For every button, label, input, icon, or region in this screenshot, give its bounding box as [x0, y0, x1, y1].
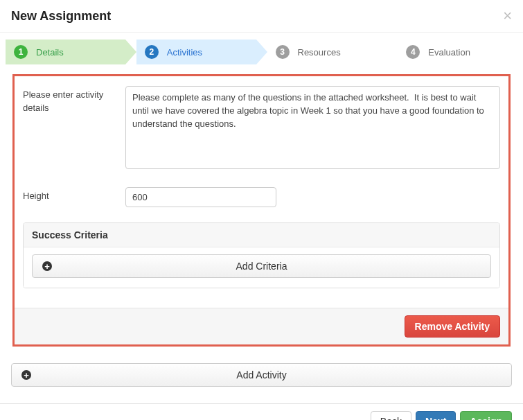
step-evaluation[interactable]: 4 Evaluation: [398, 40, 517, 64]
add-activity-section: + Add Activity: [0, 363, 523, 403]
new-assignment-modal: New Assignment × 1 Details 2 Activities …: [0, 0, 523, 420]
add-criteria-button[interactable]: + Add Criteria: [32, 254, 491, 278]
height-row: Height: [23, 187, 500, 207]
remove-activity-button[interactable]: Remove Activity: [405, 315, 500, 338]
assign-button[interactable]: Assign: [460, 411, 512, 420]
plus-icon: +: [21, 370, 31, 380]
step-label: Activities: [167, 47, 202, 58]
step-number: 1: [14, 45, 28, 59]
modal-header: New Assignment ×: [0, 0, 523, 33]
step-label: Resources: [298, 47, 341, 58]
activity-card: Please enter activity details Height Suc…: [12, 74, 511, 347]
step-number: 4: [406, 45, 420, 59]
success-criteria-panel: Success Criteria + Add Criteria: [23, 222, 500, 288]
step-details[interactable]: 1 Details: [6, 40, 125, 64]
activity-footer: Remove Activity: [15, 308, 508, 344]
activity-details-row: Please enter activity details: [23, 86, 500, 172]
next-button[interactable]: Next: [416, 411, 456, 420]
step-activities[interactable]: 2 Activities: [136, 40, 256, 64]
modal-footer: Back Next Assign: [0, 403, 523, 420]
step-number: 3: [276, 45, 290, 59]
activity-details-label: Please enter activity details: [23, 86, 125, 172]
step-wizard: 1 Details 2 Activities 3 Resources 4 Eva…: [6, 40, 517, 64]
step-resources[interactable]: 3 Resources: [267, 40, 387, 64]
height-input[interactable]: [125, 187, 276, 207]
step-label: Evaluation: [428, 47, 470, 58]
height-label: Height: [23, 187, 125, 207]
activity-details-input[interactable]: [125, 86, 500, 169]
success-criteria-heading: Success Criteria: [24, 223, 499, 247]
add-activity-label: Add Activity: [236, 369, 286, 380]
back-button[interactable]: Back: [371, 411, 411, 420]
step-label: Details: [36, 47, 64, 58]
step-number: 2: [145, 45, 159, 59]
content-area: Please enter activity details Height Suc…: [0, 74, 523, 347]
modal-title: New Assignment: [11, 9, 111, 24]
plus-icon: +: [42, 261, 52, 271]
add-activity-button[interactable]: + Add Activity: [11, 363, 512, 387]
add-criteria-label: Add Criteria: [236, 261, 287, 272]
close-icon[interactable]: ×: [503, 8, 512, 24]
